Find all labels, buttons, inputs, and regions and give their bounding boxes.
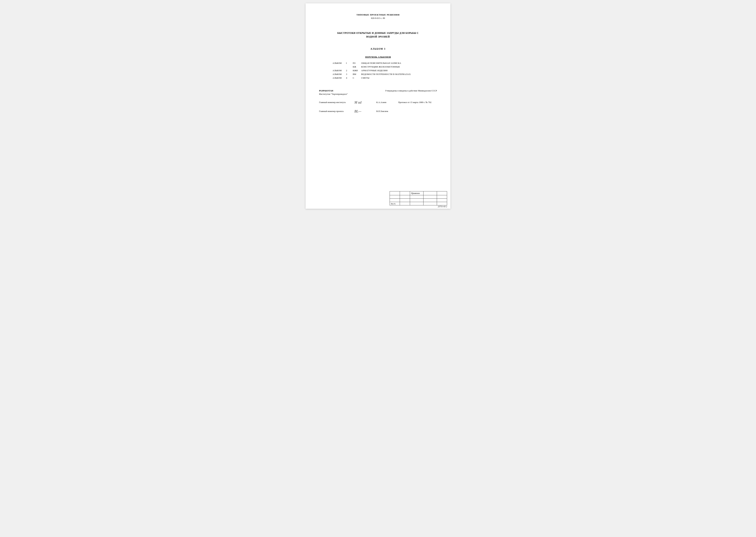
stamp-row3-4	[423, 199, 437, 202]
signatory-row-1: Главный инженер проекта BL— В.П.Хмелюк	[319, 109, 437, 113]
album-code-0: ПЗ	[353, 62, 361, 64]
album-code-3: ВМ	[353, 73, 361, 76]
sig-protocol-0: Протокол от 15 марта 1989 г. № 792	[398, 101, 431, 104]
doc-title: ТИПОВЫЕ ПРОЕКТНЫЕ РЕШЕНИЯ	[319, 14, 437, 16]
stamp-row2-1	[390, 195, 400, 199]
approved-text: Утверждены и введены в действие Минводхо…	[385, 89, 437, 92]
album-desc-0: ОБЩАЯ ПОЯСНИТЕЛЬНАЯ ЗАПИСКА	[361, 62, 437, 64]
developed-left: РАЗРАБОТАН Институтом "Укргипроводхоз"	[319, 89, 348, 96]
stamp-row4-5	[437, 202, 447, 205]
list-item: АЛЬБОМ 2 КЖИ АРМАТУРНЫЕ ИЗДЕЛИЯ	[333, 69, 437, 72]
album-prefix-4: АЛЬБОМ	[333, 77, 346, 79]
stamp-row3-1	[390, 199, 400, 202]
stamp-row4-3	[410, 202, 423, 205]
album-desc-2: АРМАТУРНЫЕ ИЗДЕЛИЯ	[361, 69, 437, 72]
stamp-cell-empty2	[400, 191, 410, 195]
sig-sign-1: BL—	[354, 109, 375, 113]
main-title-block: БЫСТРОТОКИ ОТКРЫТЫЕ И ДОННЫЕ ЗАПРУДЫ ДЛЯ…	[319, 31, 437, 39]
album-desc-3: ВЕДОМОСТИ ПОТРЕБНОСТИ В МАТЕРИАЛАХ	[361, 73, 437, 76]
list-item: АЛЬБОМ 4 С СМЕТЫ	[333, 77, 437, 79]
stamp-row2-3	[410, 195, 423, 199]
developed-label: РАЗРАБОТАН	[319, 89, 348, 92]
developed-block: РАЗРАБОТАН Институтом "Укргипроводхоз" У…	[319, 89, 437, 96]
album-num-3: 3	[346, 73, 353, 76]
stamp-cell-empty1	[390, 191, 400, 195]
main-title-line2: ВОДНОЙ ЭРОЗИЕЙ	[319, 35, 437, 39]
stamp-row4-2	[400, 202, 410, 205]
main-title-line1: БЫСТРОТОКИ ОТКРЫТЫЕ И ДОННЫЕ ЗАПРУДЫ ДЛЯ…	[319, 31, 437, 35]
list-label: ПЕРЕЧЕНЬ АЛЬБОМОВ	[365, 56, 391, 58]
sig-label-0: Главный инженер института	[319, 101, 353, 104]
doc-number: 25751-03 2	[438, 205, 447, 208]
signatory-row-0: Главный инженер института M ud К.А.Алиев…	[319, 101, 437, 104]
sig-label-1: Главный инженер проекта	[319, 110, 353, 113]
stamp-cell-empty3	[423, 191, 437, 195]
stamp-row3-2	[400, 199, 410, 202]
stamp-row3-3	[410, 199, 423, 202]
page-header: ТИПОВЫЕ ПРОЕКТНЫЕ РЕШЕНИЯ 820-9-013 с. 8…	[319, 14, 437, 20]
sig-name-1: В.П.Хмелюк	[376, 110, 398, 113]
album-prefix-2: АЛЬБОМ	[333, 69, 346, 72]
institute-name: Институтом "Укргипроводхоз"	[319, 93, 348, 96]
list-item: КЖ КОНСТРУКЦИИ ЖЕЛЕЗОБЕТОННЫЕ	[333, 65, 437, 68]
doc-subtitle: 820-9-013 с. 89	[319, 17, 437, 20]
stamp-row2-2	[400, 195, 410, 199]
album-num-4: 4	[346, 77, 353, 79]
stamp-row2-5	[437, 195, 447, 199]
title-block-table: Привязон Инв №	[390, 191, 447, 205]
album-num-0: I	[346, 62, 353, 64]
stamp-row3-5	[437, 199, 447, 202]
stamp-cell-text: Привязон	[410, 191, 423, 195]
list-item: АЛЬБОМ I ПЗ ОБЩАЯ ПОЯСНИТЕЛЬНАЯ ЗАПИСКА	[333, 62, 437, 64]
album-num-2: 2	[346, 69, 353, 72]
stamp-row4-1: Инв №	[390, 202, 400, 205]
list-title-section: ПЕРЕЧЕНЬ АЛЬБОМОВ	[319, 55, 437, 59]
developed-right: Утверждены и введены в действие Минводхо…	[385, 89, 437, 92]
album-label-section: АЛЬБОМ 3	[319, 47, 437, 50]
album-desc-1: КОНСТРУКЦИИ ЖЕЛЕЗОБЕТОННЫЕ	[361, 65, 437, 68]
album-label: АЛЬБОМ 3	[371, 48, 385, 50]
sig-name-0: К.А.Алиев	[376, 101, 398, 104]
stamp-table: Привязон Инв №	[390, 191, 447, 205]
stamp-row2-4	[423, 195, 437, 199]
inv-label: Инв №	[391, 203, 395, 205]
sig-sign-0: M ud	[354, 101, 375, 104]
bottom-section: РАЗРАБОТАН Институтом "Укргипроводхоз" У…	[319, 89, 437, 113]
album-list: АЛЬБОМ I ПЗ ОБЩАЯ ПОЯСНИТЕЛЬНАЯ ЗАПИСКА …	[333, 62, 437, 79]
document-page: ТИПОВЫЕ ПРОЕКТНЫЕ РЕШЕНИЯ 820-9-013 с. 8…	[306, 3, 450, 209]
album-code-1: КЖ	[353, 65, 361, 68]
album-desc-4: СМЕТЫ	[361, 77, 437, 79]
album-code-4: С	[353, 77, 361, 79]
album-code-2: КЖИ	[353, 69, 361, 72]
album-prefix-3: АЛЬБОМ	[333, 73, 346, 76]
stamp-cell-empty4	[437, 191, 447, 195]
signatories-section: Главный инженер института M ud К.А.Алиев…	[319, 101, 437, 113]
album-prefix-0: АЛЬБОМ	[333, 62, 346, 64]
list-item: АЛЬБОМ 3 ВМ ВЕДОМОСТИ ПОТРЕБНОСТИ В МАТЕ…	[333, 73, 437, 76]
stamp-row4-4	[423, 202, 437, 205]
